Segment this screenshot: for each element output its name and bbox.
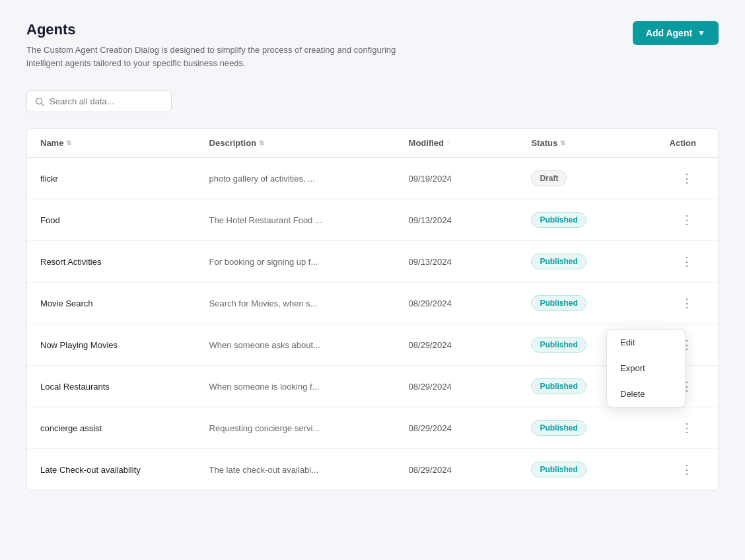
cell-action: ⋮ (656, 449, 718, 491)
cell-name: concierge assist (27, 407, 196, 449)
page-description: The Custom Agent Creation Dialog is desi… (26, 44, 423, 69)
cell-status: Published (518, 407, 656, 449)
table-row: Resort Activities For booking or signing… (27, 241, 718, 283)
status-badge: Published (531, 378, 586, 394)
table-header-row: Name ⇅ Description ⇅ Modified ↑ (27, 129, 718, 158)
cell-name: Local Restaurants (27, 366, 196, 407)
row-action-button[interactable]: ⋮ (676, 461, 698, 478)
context-menu-delete[interactable]: Delete (607, 381, 685, 407)
cell-modified: 08/29/2024 (396, 407, 518, 449)
cell-name: Resort Activities (27, 241, 196, 283)
table-row: flickr photo gallery of activities, ... … (27, 158, 718, 199)
cell-status: Published (518, 199, 656, 241)
row-action-button[interactable]: ⋮ (676, 419, 698, 437)
status-badge: Published (531, 420, 586, 436)
status-badge: Published (531, 212, 586, 228)
svg-line-1 (42, 103, 44, 106)
cell-status: Draft (518, 158, 656, 199)
sort-modified-icon: ↑ (446, 139, 450, 147)
cell-status: Published (518, 241, 656, 283)
col-description[interactable]: Description ⇅ (196, 129, 396, 158)
cell-description: The Hotel Restaurant Food ... (196, 199, 396, 241)
table-row: Food The Hotel Restaurant Food ... 09/13… (27, 199, 718, 241)
cell-name: Food (27, 199, 196, 241)
row-action-button[interactable]: ⋮ (676, 253, 698, 270)
search-input[interactable] (50, 96, 163, 106)
cell-description: Search for Movies, when s... (196, 283, 396, 324)
col-modified[interactable]: Modified ↑ (396, 129, 518, 158)
cell-description: When someone is looking f... (196, 366, 396, 407)
cell-status: Published (518, 283, 656, 324)
context-menu-edit[interactable]: Edit (607, 330, 685, 355)
cell-action: ⋮ (656, 241, 718, 283)
col-status[interactable]: Status ⇅ (518, 129, 656, 158)
status-badge: Published (531, 462, 586, 477)
cell-description: For booking or signing up f... (196, 241, 396, 283)
sort-status-icon: ⇅ (560, 139, 565, 147)
page-title: Agents (26, 21, 423, 38)
cell-modified: 08/29/2024 (396, 283, 518, 324)
cell-modified: 08/29/2024 (396, 449, 518, 491)
context-menu-export[interactable]: Export (607, 355, 685, 381)
status-badge: Published (531, 337, 586, 353)
cell-description: Requesting concierge servi... (196, 407, 396, 449)
cell-action: ⋮ (656, 407, 718, 449)
page-header: Agents The Custom Agent Creation Dialog … (26, 21, 719, 69)
row-action-button[interactable]: ⋮ (676, 211, 698, 228)
status-badge: Published (531, 295, 586, 311)
sort-description-icon: ⇅ (259, 139, 264, 147)
cell-modified: 09/13/2024 (396, 241, 518, 283)
header-left: Agents The Custom Agent Creation Dialog … (26, 21, 423, 69)
cell-name: Movie Search (27, 283, 196, 324)
chevron-down-icon: ▼ (697, 28, 705, 38)
cell-status: Published (518, 449, 656, 491)
cell-modified: 09/13/2024 (396, 199, 518, 241)
cell-action: ⋮ (656, 283, 718, 324)
cell-modified: 08/29/2024 (396, 366, 518, 407)
cell-modified: 08/29/2024 (396, 324, 518, 366)
cell-name: flickr (27, 158, 196, 199)
cell-description: photo gallery of activities, ... (196, 158, 396, 199)
table-row: Late Check-out availability The late che… (27, 449, 718, 491)
cell-description: When someone asks about... (196, 324, 396, 366)
status-badge: Draft (531, 170, 567, 186)
page-container: Agents The Custom Agent Creation Dialog … (0, 0, 745, 560)
context-menu: Edit Export Delete (606, 329, 686, 407)
table-row: Movie Search Search for Movies, when s..… (27, 283, 718, 324)
cell-description: The late check-out availabi... (196, 449, 396, 491)
cell-action: ⋮ (656, 158, 718, 199)
cell-name: Now Playing Movies (27, 324, 196, 366)
agents-table: Name ⇅ Description ⇅ Modified ↑ (26, 128, 719, 491)
sort-name-icon: ⇅ (66, 139, 71, 147)
add-agent-button[interactable]: Add Agent ▼ (633, 21, 719, 45)
search-bar (26, 90, 172, 112)
search-icon (35, 97, 44, 106)
cell-modified: 09/19/2024 (396, 158, 518, 199)
cell-action: ⋮ (656, 199, 718, 241)
table-row: concierge assist Requesting concierge se… (27, 407, 718, 449)
cell-name: Late Check-out availability (27, 449, 196, 491)
col-name[interactable]: Name ⇅ (27, 129, 196, 158)
col-action: Action (656, 129, 718, 158)
status-badge: Published (531, 254, 586, 269)
row-action-button[interactable]: ⋮ (676, 295, 698, 312)
row-action-button[interactable]: ⋮ (676, 170, 698, 187)
